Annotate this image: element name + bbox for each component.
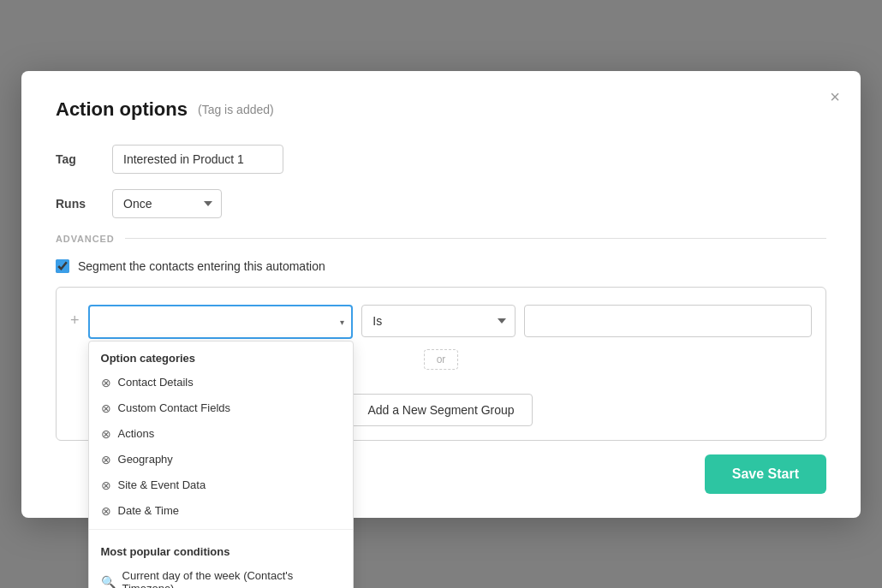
dropdown-separator [89, 529, 353, 530]
add-segment-group-button[interactable]: Add a New Segment Group [349, 394, 532, 426]
advanced-section: ADVANCED [56, 234, 826, 244]
popular-title: Most popular conditions [89, 535, 353, 563]
advanced-label: ADVANCED [56, 234, 826, 244]
runs-row: Runs Once Multiple times [56, 189, 826, 218]
runs-select[interactable]: Once Multiple times [112, 189, 222, 218]
dropdown-menu: Option categories ⊗ Contact Details ⊗ Cu… [88, 341, 354, 589]
custom-contact-fields-icon: ⊗ [101, 401, 111, 415]
condition-operator-select[interactable]: Is Is not Contains Does not contain [361, 305, 515, 337]
condition-value-input[interactable] [524, 305, 812, 337]
segment-box: + ▾ Option categories ⊗ Contact Details … [56, 287, 826, 441]
category-custom-contact-fields-label: Custom Contact Fields [118, 401, 231, 414]
category-actions-label: Actions [118, 427, 155, 440]
add-condition-plus[interactable]: + [70, 312, 80, 330]
category-site-event-data-label: Site & Event Data [118, 478, 206, 491]
category-date-time[interactable]: ⊗ Date & Time [89, 498, 353, 524]
condition-search-input[interactable] [88, 305, 354, 339]
search-icon-1: 🔍 [101, 575, 116, 589]
category-date-time-label: Date & Time [118, 504, 180, 517]
modal-title: Action options [56, 98, 188, 121]
category-site-event-data[interactable]: ⊗ Site & Event Data [89, 472, 353, 498]
category-contact-details-label: Contact Details [118, 376, 194, 389]
segment-checkbox[interactable] [56, 259, 69, 273]
condition-category-dropdown[interactable]: ▾ Option categories ⊗ Contact Details ⊗ … [88, 305, 354, 339]
site-event-data-icon: ⊗ [101, 478, 111, 492]
categories-title: Option categories [89, 342, 353, 370]
or-label: or [424, 349, 459, 370]
close-button[interactable]: × [830, 88, 840, 105]
date-time-icon: ⊗ [101, 504, 111, 518]
save-start-button[interactable]: Save Start [705, 454, 826, 494]
runs-label: Runs [56, 197, 98, 211]
modal-subtitle: (Tag is added) [198, 103, 274, 116]
tag-row: Tag [56, 145, 826, 174]
actions-icon: ⊗ [101, 427, 111, 441]
category-custom-contact-fields[interactable]: ⊗ Custom Contact Fields [89, 395, 353, 421]
category-geography-label: Geography [118, 453, 173, 466]
segment-checkbox-label: Segment the contacts entering this autom… [78, 259, 325, 273]
segment-row: + ▾ Option categories ⊗ Contact Details … [70, 305, 812, 339]
action-options-modal: × Action options (Tag is added) Tag Runs… [21, 71, 861, 518]
tag-input[interactable] [112, 145, 283, 174]
popular-current-day-label: Current day of the week (Contact's Timez… [122, 569, 341, 589]
category-geography[interactable]: ⊗ Geography [89, 447, 353, 472]
popular-current-day[interactable]: 🔍 Current day of the week (Contact's Tim… [89, 563, 353, 589]
geography-icon: ⊗ [101, 453, 111, 466]
modal-header: Action options (Tag is added) [56, 98, 826, 121]
category-actions[interactable]: ⊗ Actions [89, 421, 353, 447]
segment-checkbox-row: Segment the contacts entering this autom… [56, 259, 826, 273]
contact-details-icon: ⊗ [101, 376, 111, 389]
category-contact-details[interactable]: ⊗ Contact Details [89, 370, 353, 395]
tag-label: Tag [56, 152, 98, 166]
